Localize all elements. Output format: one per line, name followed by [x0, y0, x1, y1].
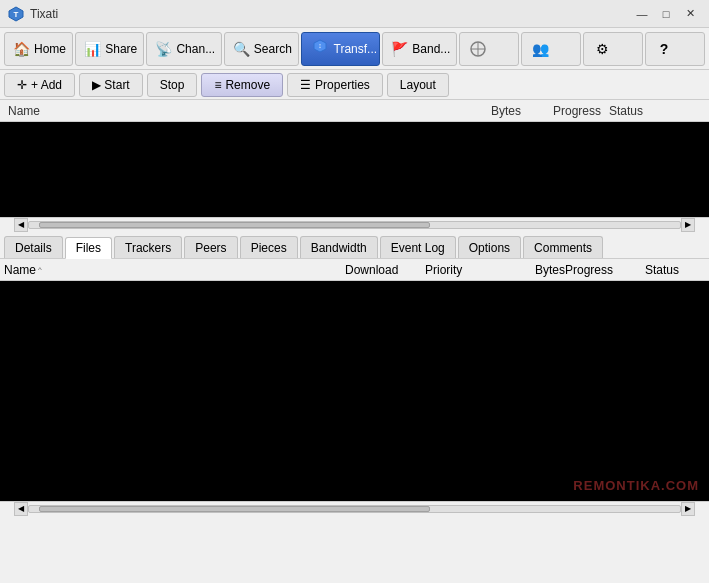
channels-icon: 📡 — [155, 39, 172, 59]
tab-bar: Details Files Trackers Peers Pieces Band… — [0, 231, 709, 259]
bandwidth-label: Band... — [412, 42, 450, 56]
main-toolbar: 🏠 Home 📊 Share 📡 Chan... 🔍 Search ↕ Tran… — [0, 28, 709, 70]
tab-options-label: Options — [469, 241, 510, 255]
top-h-scrollbar[interactable]: ◀ ▶ — [0, 217, 709, 231]
start-label: ▶ Start — [92, 78, 130, 92]
remove-button[interactable]: ≡ Remove — [201, 73, 283, 97]
stop-button[interactable]: Stop — [147, 73, 198, 97]
top-table-header: Name Bytes Progress Status — [0, 100, 709, 122]
users-button[interactable]: 👥 — [521, 32, 581, 66]
lower-h-scrollbar[interactable]: ◀ ▶ — [0, 501, 709, 515]
properties-icon: ☰ — [300, 78, 311, 92]
col-bytes-header[interactable]: Bytes — [465, 104, 525, 118]
maximize-button[interactable]: □ — [655, 4, 677, 24]
bandwidth-icon: 🚩 — [391, 39, 408, 59]
search-label: Search — [254, 42, 292, 56]
search-button[interactable]: 🔍 Search — [224, 32, 299, 66]
lower-scrollbar-track[interactable] — [28, 505, 681, 513]
start-button[interactable]: ▶ Start — [79, 73, 143, 97]
add-button[interactable]: ✛ + Add — [4, 73, 75, 97]
add-icon: ✛ — [17, 78, 27, 92]
scrollbar-thumb[interactable] — [39, 222, 430, 228]
svg-text:T: T — [14, 10, 19, 19]
tab-comments-label: Comments — [534, 241, 592, 255]
col-name-header[interactable]: Name — [4, 104, 465, 118]
bandwidth-button[interactable]: 🚩 Band... — [382, 32, 457, 66]
tab-pieces-label: Pieces — [251, 241, 287, 255]
title-bar-left: T Tixati — [8, 6, 58, 22]
transfers-button[interactable]: ↕ Transf... — [301, 32, 381, 66]
transfers-label: Transf... — [334, 42, 378, 56]
share-icon: 📊 — [84, 39, 101, 59]
tab-trackers[interactable]: Trackers — [114, 236, 182, 258]
tab-details[interactable]: Details — [4, 236, 63, 258]
col-progress-header[interactable]: Progress — [525, 104, 605, 118]
channels-button[interactable]: 📡 Chan... — [146, 32, 221, 66]
tab-comments[interactable]: Comments — [523, 236, 603, 258]
lower-scroll-right-arrow[interactable]: ▶ — [681, 502, 695, 516]
lower-table-header: Name ^ Download Priority Bytes Progress … — [0, 259, 709, 281]
tab-bandwidth[interactable]: Bandwidth — [300, 236, 378, 258]
tab-peers-label: Peers — [195, 241, 226, 255]
lower-scrollbar-thumb[interactable] — [39, 506, 430, 512]
scroll-right-arrow[interactable]: ▶ — [681, 218, 695, 232]
tab-event-log-label: Event Log — [391, 241, 445, 255]
help-icon: ? — [654, 39, 674, 59]
graph-button[interactable] — [459, 32, 519, 66]
lower-col-download-header[interactable]: Download — [345, 263, 425, 277]
title-controls: — □ ✕ — [631, 4, 701, 24]
tab-files[interactable]: Files — [65, 237, 112, 259]
channels-label: Chan... — [176, 42, 215, 56]
title-bar: T Tixati — □ ✕ — [0, 0, 709, 28]
tab-peers[interactable]: Peers — [184, 236, 237, 258]
remove-icon: ≡ — [214, 78, 221, 92]
layout-label: Layout — [400, 78, 436, 92]
sort-arrow: ^ — [38, 265, 42, 274]
search-icon: 🔍 — [233, 39, 250, 59]
add-label: + Add — [31, 78, 62, 92]
transfers-icon: ↕ — [310, 39, 330, 59]
close-button[interactable]: ✕ — [679, 4, 701, 24]
layout-button[interactable]: Layout — [387, 73, 449, 97]
lower-col-priority-header[interactable]: Priority — [425, 263, 505, 277]
col-status-header[interactable]: Status — [605, 104, 705, 118]
graph-icon — [468, 39, 488, 59]
action-toolbar: ✛ + Add ▶ Start Stop ≡ Remove ☰ Properti… — [0, 70, 709, 100]
scrollbar-track[interactable] — [28, 221, 681, 229]
scroll-left-arrow[interactable]: ◀ — [14, 218, 28, 232]
stop-label: Stop — [160, 78, 185, 92]
tab-trackers-label: Trackers — [125, 241, 171, 255]
app-icon: T — [8, 6, 24, 22]
tab-event-log[interactable]: Event Log — [380, 236, 456, 258]
properties-label: Properties — [315, 78, 370, 92]
share-button[interactable]: 📊 Share — [75, 32, 144, 66]
share-label: Share — [105, 42, 137, 56]
svg-text:↕: ↕ — [318, 42, 322, 49]
window-title: Tixati — [30, 7, 58, 21]
watermark: REMONTIKA.COM — [573, 478, 699, 493]
remove-label: Remove — [225, 78, 270, 92]
lower-col-status-header[interactable]: Status — [645, 263, 705, 277]
home-label: Home — [34, 42, 66, 56]
lower-col-bytes-header[interactable]: Bytes — [505, 263, 565, 277]
settings-button[interactable]: ⚙ — [583, 32, 643, 66]
properties-button[interactable]: ☰ Properties — [287, 73, 383, 97]
minimize-button[interactable]: — — [631, 4, 653, 24]
tab-files-label: Files — [76, 241, 101, 255]
lower-col-progress-header[interactable]: Progress — [565, 263, 645, 277]
tab-details-label: Details — [15, 241, 52, 255]
lower-scroll-left-arrow[interactable]: ◀ — [14, 502, 28, 516]
tab-bandwidth-label: Bandwidth — [311, 241, 367, 255]
top-table-body — [0, 122, 709, 217]
tab-options[interactable]: Options — [458, 236, 521, 258]
home-icon: 🏠 — [13, 39, 30, 59]
users-icon: 👥 — [530, 39, 550, 59]
help-button[interactable]: ? — [645, 32, 705, 66]
gear-icon: ⚙ — [592, 39, 612, 59]
home-button[interactable]: 🏠 Home — [4, 32, 73, 66]
lower-col-name-header[interactable]: Name ^ — [4, 263, 345, 277]
lower-table-body: REMONTIKA.COM — [0, 281, 709, 501]
tab-pieces[interactable]: Pieces — [240, 236, 298, 258]
